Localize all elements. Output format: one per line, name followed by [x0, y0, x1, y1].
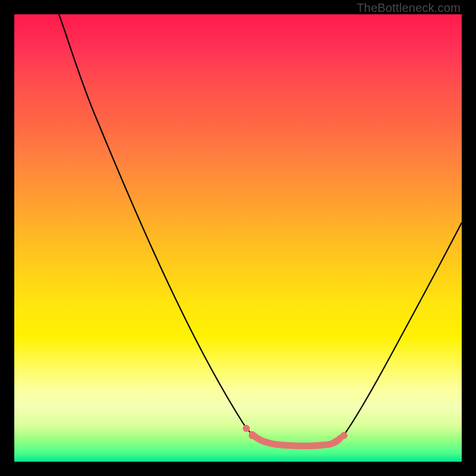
bottleneck-curve: [59, 14, 462, 446]
highlight-flat: [252, 434, 340, 446]
highlight-dot: [340, 432, 347, 439]
highlight-dot: [249, 432, 256, 439]
bottleneck-curve-svg: [14, 14, 462, 462]
gradient-plot-area: [14, 14, 462, 462]
highlight-dot: [332, 438, 339, 445]
highlight-dot: [243, 425, 250, 432]
watermark-text: TheBottleneck.com: [356, 1, 461, 15]
